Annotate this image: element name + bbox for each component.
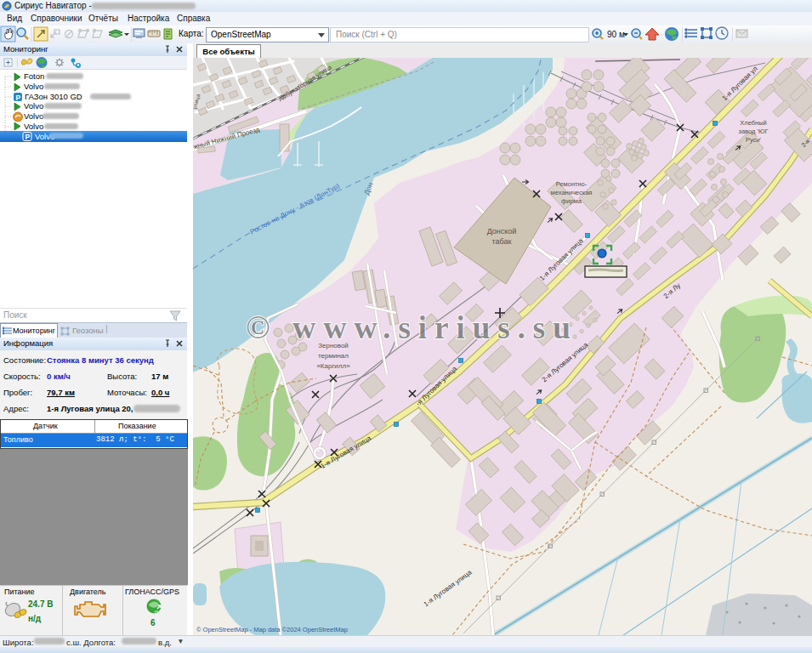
svg-text:90 м: 90 м [607, 30, 625, 39]
svg-text:P: P [26, 133, 31, 141]
svg-text:механическая: механическая [551, 189, 593, 196]
svg-text:фирма: фирма [561, 197, 582, 205]
svg-text:завод 'ЮГ: завод 'ЮГ [738, 128, 768, 135]
svg-text:Хлебный: Хлебный [740, 119, 766, 127]
svg-text:табак: табак [492, 237, 512, 246]
svg-text:терминал: терминал [318, 352, 349, 360]
svg-text:«Каргилл»: «Каргилл» [316, 362, 350, 370]
svg-text:Ремонтно-: Ремонтно- [556, 180, 588, 188]
svg-text:© www.sirius.su: © www.sirius.su [246, 309, 578, 345]
svg-text:Донской: Донской [487, 227, 517, 236]
svg-text:P: P [16, 94, 21, 102]
svg-text:© OpenStreetMap - Map data ©20: © OpenStreetMap - Map data ©2024 OpenStr… [196, 626, 348, 633]
svg-text:Руси': Руси' [746, 136, 762, 144]
